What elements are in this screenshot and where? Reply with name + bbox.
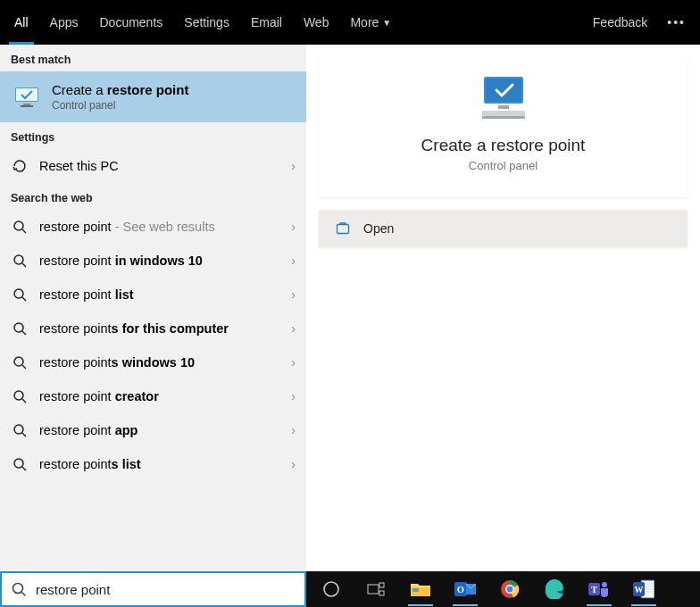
results-panel: Best match Create a restore point	[0, 45, 306, 571]
action-open[interactable]: Open	[319, 210, 688, 247]
web-result-label: restore points windows 10	[39, 355, 280, 370]
svg-rect-33	[412, 588, 419, 592]
taskbar-cortana[interactable]	[312, 571, 351, 607]
svg-line-15	[22, 399, 26, 403]
web-result-label: restore point in windows 10	[39, 254, 280, 268]
chevron-right-icon: ›	[291, 457, 296, 471]
svg-line-7	[22, 263, 26, 267]
svg-line-11	[22, 331, 26, 335]
web-result[interactable]: restore point creator ›	[0, 379, 306, 413]
svg-rect-29	[368, 585, 379, 594]
search-icon	[11, 320, 29, 337]
svg-rect-2	[23, 104, 30, 105]
chevron-down-icon: ▼	[382, 18, 391, 28]
svg-point-12	[14, 357, 23, 366]
taskbar-explorer[interactable]	[401, 571, 440, 607]
web-result-label: restore point list	[39, 287, 280, 302]
svg-rect-21	[486, 79, 521, 102]
search-icon	[11, 387, 29, 405]
tab-documents[interactable]: Documents	[88, 0, 173, 45]
svg-point-43	[602, 582, 607, 587]
web-result[interactable]: restore point app ›	[0, 413, 306, 447]
search-icon	[11, 218, 29, 236]
svg-point-8	[14, 289, 23, 298]
action-label: Open	[363, 221, 394, 236]
svg-point-26	[13, 584, 23, 594]
more-options-button[interactable]: •••	[656, 0, 696, 45]
preview-subtitle: Control panel	[469, 159, 538, 172]
svg-rect-31	[379, 591, 384, 595]
tab-apps[interactable]: Apps	[39, 0, 89, 45]
word-icon: W	[632, 578, 655, 601]
taskbar-teams[interactable]: T	[579, 571, 619, 607]
settings-item-reset-pc[interactable]: Reset this PC ›	[0, 149, 306, 183]
reset-icon	[11, 157, 29, 175]
web-result[interactable]: restore points list ›	[0, 447, 306, 481]
taskbar-word[interactable]: W	[624, 571, 663, 607]
search-box[interactable]	[0, 571, 306, 607]
web-result-label: restore point creator	[39, 389, 280, 403]
preview-card: Create a restore point Control panel	[319, 57, 688, 197]
search-icon	[11, 455, 29, 473]
edge-icon	[543, 578, 566, 601]
chevron-right-icon: ›	[291, 287, 296, 302]
web-result[interactable]: restore point list ›	[0, 278, 306, 312]
web-result[interactable]: restore points windows 10 ›	[0, 345, 306, 379]
svg-line-13	[22, 365, 26, 369]
tab-web[interactable]: Web	[293, 0, 340, 45]
tab-email[interactable]: Email	[240, 0, 293, 45]
chevron-right-icon: ›	[291, 220, 296, 234]
tab-all[interactable]: All	[4, 0, 39, 45]
svg-text:O: O	[457, 585, 464, 595]
search-input[interactable]	[36, 582, 297, 597]
svg-rect-22	[498, 105, 509, 109]
web-result[interactable]: restore points for this computer ›	[0, 312, 306, 345]
best-match-subtitle: Control panel	[52, 99, 188, 112]
cortana-icon	[320, 578, 343, 601]
search-icon	[11, 581, 27, 597]
svg-line-17	[22, 433, 26, 437]
section-best-match: Best match	[0, 45, 306, 71]
chrome-icon	[498, 578, 521, 601]
taskbar-edge[interactable]	[535, 571, 574, 607]
search-icon	[11, 252, 29, 270]
taskbar-outlook[interactable]: O	[446, 571, 485, 607]
chevron-right-icon: ›	[291, 423, 296, 437]
chevron-right-icon: ›	[291, 321, 296, 336]
preview-panel: Create a restore point Control panel Ope…	[306, 45, 700, 571]
taskbar-chrome[interactable]	[490, 571, 529, 607]
search-icon	[11, 421, 29, 439]
best-match-result[interactable]: Create a restore point Control panel	[0, 71, 306, 122]
tab-more[interactable]: More ▼	[339, 0, 402, 45]
search-icon	[11, 353, 29, 371]
web-result-label: restore point - See web results	[39, 220, 280, 234]
taskbar-taskview[interactable]	[356, 571, 396, 607]
tab-settings[interactable]: Settings	[173, 0, 240, 45]
chevron-right-icon: ›	[291, 355, 296, 370]
settings-item-label: Reset this PC	[39, 159, 280, 173]
svg-rect-1	[16, 88, 38, 101]
svg-rect-30	[379, 583, 384, 587]
svg-point-28	[324, 582, 338, 596]
svg-rect-3	[21, 105, 33, 107]
web-result[interactable]: restore point in windows 10 ›	[0, 244, 306, 278]
svg-point-16	[14, 425, 23, 434]
svg-text:W: W	[635, 585, 644, 595]
taskview-icon	[364, 578, 388, 601]
feedback-link[interactable]: Feedback	[584, 0, 656, 45]
svg-line-9	[22, 297, 26, 301]
svg-line-19	[22, 467, 26, 470]
svg-point-4	[14, 221, 23, 230]
svg-point-18	[14, 459, 23, 468]
svg-point-14	[14, 391, 23, 400]
filter-tabs-bar: All Apps Documents Settings Email Web Mo…	[0, 0, 700, 45]
open-icon	[335, 220, 351, 237]
preview-title: Create a restore point	[421, 136, 586, 155]
web-result-label: restore points list	[39, 457, 280, 471]
svg-rect-24	[482, 116, 525, 119]
svg-line-5	[22, 229, 26, 233]
svg-point-6	[14, 255, 23, 264]
web-result[interactable]: restore point - See web results ›	[0, 210, 306, 244]
taskbar: O T W	[306, 571, 700, 607]
outlook-icon: O	[454, 578, 477, 601]
